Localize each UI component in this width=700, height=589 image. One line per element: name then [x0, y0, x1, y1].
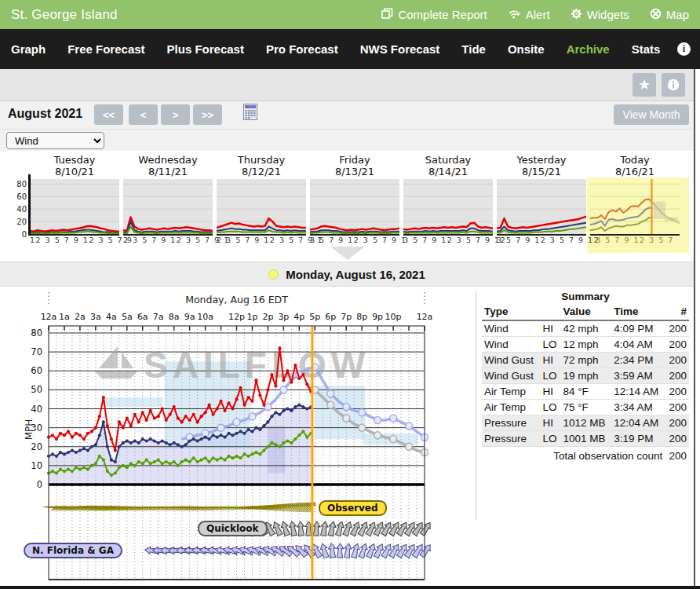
header-link-label: Complete Report — [398, 8, 487, 21]
view-month-button[interactable]: View Month — [614, 104, 689, 125]
summary-cell-value: 19 mph — [560, 368, 611, 384]
header-link-label: Widgets — [587, 8, 629, 21]
day-title: Friday8/13/21 — [310, 154, 399, 177]
summary-cell-hilo: LO — [540, 337, 560, 353]
summary-cell-value: 12 mph — [560, 337, 611, 353]
x-tick-label: 10a — [197, 312, 213, 322]
summary-cell-value: 1012 MB — [560, 415, 611, 431]
favorite-button[interactable]: ★ — [633, 73, 656, 97]
summary-row-pressure-lo: PressureLO1001 MB3:19 PM200 — [482, 431, 689, 447]
series-select[interactable]: Wind — [6, 132, 104, 149]
summary-cell-count: 200 — [665, 337, 689, 353]
nav-item-stats[interactable]: Stats — [632, 42, 661, 56]
summary-cell-time: 12:04 AM — [611, 415, 665, 431]
x-tick-label: 10p — [385, 312, 402, 322]
observed-badge: Observed — [319, 500, 387, 516]
day-chart-plot — [310, 179, 399, 236]
summary-total-count: 200 — [665, 447, 689, 464]
footer-strip — [0, 586, 700, 589]
toolbar-strip — [0, 69, 694, 101]
summary-row-pressure-hi: PressureHI1012 MB12:04 AM200 — [482, 415, 689, 431]
summary-cell-hilo: LO — [540, 431, 560, 447]
nav-item-pro-forecast[interactable]: Pro Forecast — [266, 42, 338, 56]
day-chart-friday[interactable]: Friday8/13/213 5 7 9 12 3 5 7 9 1 — [310, 151, 399, 253]
summary-row-wind-lo: WindLO12 mph4:04 AM200 — [482, 337, 689, 353]
summary-row-air-temp-lo: Air TempLO75 °F3:34 AM200 — [482, 400, 689, 415]
day-x-labels: 3 5 7 9 12 3 5 7 9 1 — [310, 236, 399, 244]
summary-cell-count: 200 — [665, 431, 689, 447]
station-title: St. George Island — [11, 7, 118, 23]
summary-cell-value: 42 mph — [560, 320, 611, 337]
x-tick-label: 3p — [278, 312, 289, 322]
nav-info-icon[interactable]: i — [677, 42, 691, 56]
gear-icon — [571, 8, 582, 22]
month-label: August 2021 — [8, 107, 82, 121]
y-tick-label: 60 — [31, 365, 42, 376]
day-chart-today[interactable]: Today8/16/213 5 7 9 12 3 5 7 — [590, 151, 680, 253]
nav-item-nws-forecast[interactable]: NWS Forecast — [360, 42, 440, 56]
day-chart-tuesday[interactable]: Tuesday8/10/2112 3 5 7 9 12 3 5 7 9 — [30, 151, 119, 253]
x-tick-label: 5p — [309, 312, 320, 322]
day-chart-saturday[interactable]: Saturday8/14/213 5 7 9 12 3 5 7 9 12 — [403, 151, 493, 253]
summary-cell-type: Wind — [482, 320, 540, 337]
main-nav: GraphFree ForecastPlus ForecastPro Forec… — [0, 29, 700, 69]
day-chart-yesterday[interactable]: Yesterday8/15/213 5 7 9 12 3 5 7 9 12 — [497, 151, 586, 253]
summary-cell-type: Pressure — [482, 431, 540, 447]
x-tick-label: 1a — [59, 312, 70, 322]
y-tick-label: 0 — [37, 479, 42, 490]
x-tick-label: 2a — [75, 312, 86, 322]
x-tick-label: 12p — [228, 312, 245, 322]
y-tick-label: 50 — [31, 384, 42, 395]
day-chart-plot — [217, 179, 306, 236]
header-link-map[interactable]: Map — [650, 8, 689, 22]
summary-header-hilo — [540, 305, 560, 320]
station-header: St. George Island Complete ReportAlertWi… — [0, 0, 700, 29]
summary-cell-time: 3:19 PM — [611, 431, 665, 447]
nav-item-graph[interactable]: Graph — [11, 42, 46, 56]
info-icon — [666, 78, 680, 92]
header-link-widgets[interactable]: Widgets — [571, 8, 629, 22]
summary-cell-count: 200 — [665, 384, 689, 400]
day-title: Tuesday8/10/21 — [30, 154, 119, 177]
day-title: Today8/16/21 — [590, 154, 680, 177]
nav-item-free-forecast[interactable]: Free Forecast — [67, 42, 144, 56]
day-title: Saturday8/14/21 — [403, 154, 493, 177]
header-link-label: Map — [666, 8, 689, 21]
first-month-button[interactable]: << — [94, 104, 123, 125]
day-strip-ytick: 40 — [13, 205, 27, 214]
nav-item-archive[interactable]: Archive — [567, 42, 610, 56]
nav-item-onsite[interactable]: Onsite — [508, 42, 545, 56]
summary-row-wind-hi: WindHI42 mph4:09 PM200 — [482, 320, 689, 337]
summary-header-Value: Value — [560, 305, 611, 320]
last-month-button[interactable]: >> — [193, 104, 222, 125]
summary-cell-value: 1001 MB — [560, 431, 611, 447]
prev-day-button[interactable]: < — [129, 104, 158, 125]
day-chart-thursday[interactable]: Thursday8/12/212 3 5 7 9 12 3 5 7 9 1 — [217, 151, 306, 253]
summary-cell-hilo: HI — [540, 415, 560, 431]
x-tick-label: 8p — [356, 312, 367, 322]
day-title: Thursday8/12/21 — [217, 154, 306, 177]
calendar-picker-button[interactable] — [243, 104, 257, 123]
summary-row-air-temp-hi: Air TempHI84 °F12:14 AM200 — [482, 384, 689, 400]
nav-item-plus-forecast[interactable]: Plus Forecast — [167, 42, 244, 56]
next-day-button[interactable]: > — [161, 104, 190, 125]
summary-cell-hilo: HI — [540, 353, 560, 368]
day-x-labels: 2 3 5 7 9 12 3 5 7 9 1 — [217, 236, 306, 244]
summary-cell-time: 12:14 AM — [611, 384, 665, 400]
station-info-button[interactable] — [662, 73, 685, 97]
day-x-labels: 3 5 7 9 12 3 5 7 9 12 — [497, 236, 586, 244]
day-strip-y-axis — [28, 174, 31, 236]
day-chart-wednesday[interactable]: Wednesday8/11/212 3 5 7 9 12 3 5 7 9 1 — [123, 151, 213, 253]
header-link-alert[interactable]: Alert — [508, 8, 550, 22]
summary-cell-time: 3:59 AM — [611, 368, 665, 384]
summary-cell-type: Wind Gust — [482, 368, 540, 384]
summary-cell-hilo: LO — [540, 400, 560, 415]
day-title: Wednesday8/11/21 — [123, 154, 213, 177]
header-link-complete-report[interactable]: Complete Report — [381, 8, 487, 22]
summary-cell-count: 200 — [665, 320, 689, 337]
summary-cell-count: 200 — [665, 415, 689, 431]
x-tick-label: 4p — [293, 312, 304, 322]
summary-cell-type: Air Temp — [482, 400, 540, 415]
main-chart-title: Monday, Aug 16 EDT — [49, 294, 425, 305]
nav-item-tide[interactable]: Tide — [461, 42, 486, 56]
